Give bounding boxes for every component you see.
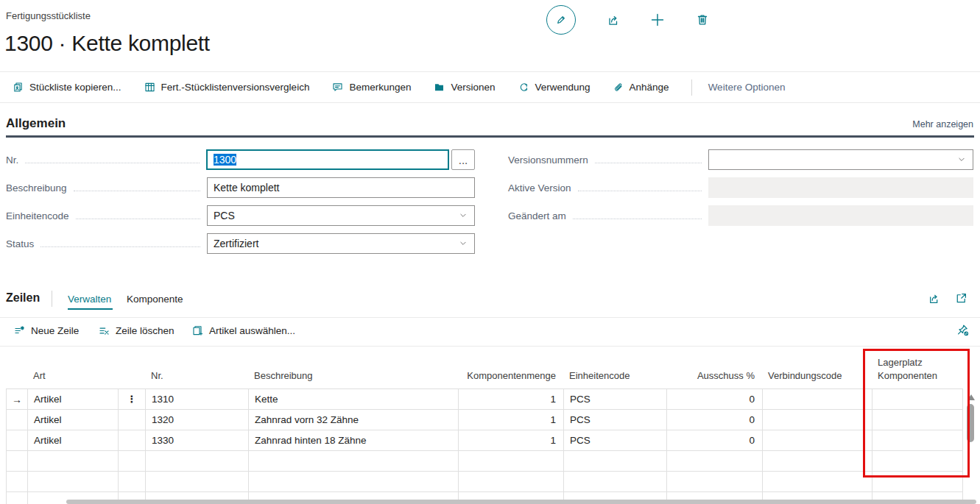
cell-nr[interactable]: 1320 (145, 410, 248, 430)
nr-input[interactable]: 1300 (206, 149, 449, 170)
action-label: Verwendung (535, 82, 591, 93)
toolbar-label: Artikel auswählen... (209, 325, 295, 336)
cell-art[interactable]: Artikel (27, 430, 118, 451)
show-more-link[interactable]: Mehr anzeigen (912, 119, 973, 129)
toolbar-label: Zeile löschen (116, 325, 175, 336)
tab-verwalten[interactable]: Verwalten (68, 294, 111, 305)
cell-art[interactable]: Artikel (27, 389, 118, 410)
beschreibung-input[interactable]: Kette komplett (207, 177, 475, 198)
field-value: PCS (214, 210, 235, 221)
column-header-nr[interactable]: Nr. (145, 369, 248, 388)
cell-ausschuss[interactable]: 0 (666, 389, 762, 410)
cell-ausschuss[interactable]: 0 (666, 430, 762, 451)
column-header-einheitencode[interactable]: Einheitencode (563, 369, 666, 388)
cell-ausschuss[interactable] (666, 472, 762, 492)
column-header-verbindungscode[interactable]: Verbindungscode (762, 369, 872, 388)
new-plus-icon[interactable] (649, 12, 666, 28)
bom-lines-grid: Art Nr. Beschreibung Komponentenmenge Ei… (6, 346, 963, 504)
action-version-compare[interactable]: Fert.-Stücklistenversionsvergleich (144, 81, 310, 93)
unpin-icon[interactable] (956, 323, 970, 337)
cell-verbindungscode[interactable] (762, 410, 872, 430)
cell-ausschuss[interactable] (666, 451, 762, 472)
cell-beschreibung[interactable] (248, 472, 458, 492)
cell-verbindungscode[interactable] (762, 389, 872, 410)
edit-button[interactable] (546, 5, 576, 35)
field-value: Zertifiziert (214, 238, 258, 249)
toolbar-label: Neue Zeile (31, 325, 79, 336)
cell-nr[interactable]: 1330 (145, 430, 248, 451)
cell-komponentenmenge[interactable] (458, 472, 563, 492)
more-options-button[interactable]: Weitere Optionen (708, 82, 786, 93)
cell-lagerplatz[interactable] (872, 410, 963, 430)
row-menu-cell[interactable] (118, 430, 145, 451)
cell-beschreibung[interactable] (248, 451, 458, 472)
row-menu-cell[interactable] (118, 451, 145, 472)
action-versions[interactable]: Versionen (433, 81, 495, 93)
select-items-button[interactable]: Artikel auswählen... (191, 324, 295, 337)
einheitencode-select[interactable]: PCS (207, 205, 475, 226)
column-header-ausschuss[interactable]: Ausschuss % (666, 369, 762, 388)
column-header-art[interactable]: Art (27, 369, 118, 388)
cell-einheitencode[interactable]: PCS (563, 430, 666, 451)
cell-komponentenmenge[interactable]: 1 (458, 430, 563, 451)
dotted-leader (25, 163, 200, 163)
column-header-lagerplatz-komponenten[interactable]: Lagerplatz Komponenten (872, 356, 963, 388)
row-menu-cell[interactable] (118, 472, 145, 492)
cell-lagerplatz[interactable] (872, 389, 963, 410)
row-menu-ellipsis[interactable]: ⋮ (118, 389, 145, 410)
cell-einheitencode[interactable]: PCS (563, 389, 666, 410)
cell-einheitencode[interactable]: PCS (563, 410, 666, 430)
cell-beschreibung[interactable]: Kette (248, 389, 458, 410)
tab-komponente[interactable]: Komponente (127, 294, 183, 305)
cell-ausschuss[interactable]: 0 (666, 410, 762, 430)
cell-verbindungscode[interactable] (762, 472, 872, 492)
delete-line-button[interactable]: Zeile löschen (98, 324, 175, 337)
cell-komponentenmenge[interactable] (458, 451, 563, 472)
cell-einheitencode[interactable] (563, 472, 666, 492)
cell-beschreibung[interactable]: Zahnrad vorn 32 Zähne (248, 410, 458, 430)
versionsnummern-select[interactable] (708, 149, 973, 170)
nr-assist-button[interactable]: ... (451, 149, 475, 170)
page-caption: Fertigungsstückliste (6, 10, 91, 21)
cell-nr[interactable] (145, 451, 248, 472)
new-line-button[interactable]: Neue Zeile (13, 324, 79, 337)
cell-komponentenmenge[interactable]: 1 (458, 410, 563, 430)
field-status-label: Status (6, 238, 34, 249)
action-where-used[interactable]: Verwendung (518, 81, 591, 93)
cell-verbindungscode[interactable] (762, 430, 872, 451)
action-attachments[interactable]: Anhänge (613, 82, 669, 93)
cell-komponentenmenge[interactable]: 1 (458, 389, 563, 410)
share-grid-icon[interactable] (926, 291, 940, 305)
new-line-icon (13, 324, 26, 337)
column-header-beschreibung[interactable]: Beschreibung (248, 369, 458, 388)
action-copy-bom[interactable]: Stückliste kopieren... (12, 81, 121, 93)
cell-einheitencode[interactable] (563, 451, 666, 472)
cell-art[interactable] (27, 451, 118, 472)
section-divider (6, 135, 974, 138)
table-row-empty (6, 451, 963, 472)
row-indicator-cell (6, 410, 27, 430)
cell-nr[interactable]: 1310 (145, 389, 248, 410)
cell-lagerplatz[interactable] (872, 430, 963, 451)
dotted-leader (573, 219, 702, 219)
cell-lagerplatz[interactable] (872, 472, 963, 492)
copy-bom-icon (12, 81, 24, 93)
action-comments[interactable]: Bemerkungen (331, 81, 411, 93)
cell-art[interactable]: Artikel (27, 410, 118, 430)
row-menu-cell[interactable] (118, 410, 145, 430)
vertical-scrollbar-thumb[interactable] (967, 404, 974, 442)
status-select[interactable]: Zertifiziert (207, 233, 475, 254)
cell-art[interactable] (27, 472, 118, 492)
delete-trash-icon[interactable] (695, 13, 710, 27)
scrollbar-up-arrow[interactable] (967, 394, 975, 400)
open-in-new-window-icon[interactable] (954, 291, 968, 305)
horizontal-scrollbar-thumb[interactable] (66, 500, 976, 504)
cell-beschreibung[interactable]: Zahnrad hinten 18 Zähne (248, 430, 458, 451)
column-header-komponentenmenge[interactable]: Komponentenmenge (458, 369, 563, 388)
cell-nr[interactable] (145, 472, 248, 492)
cell-lagerplatz[interactable] (872, 451, 963, 472)
share-icon[interactable] (605, 13, 620, 27)
row-indicator-cell (6, 492, 27, 504)
paperclip-icon (613, 82, 624, 93)
cell-verbindungscode[interactable] (762, 451, 872, 472)
